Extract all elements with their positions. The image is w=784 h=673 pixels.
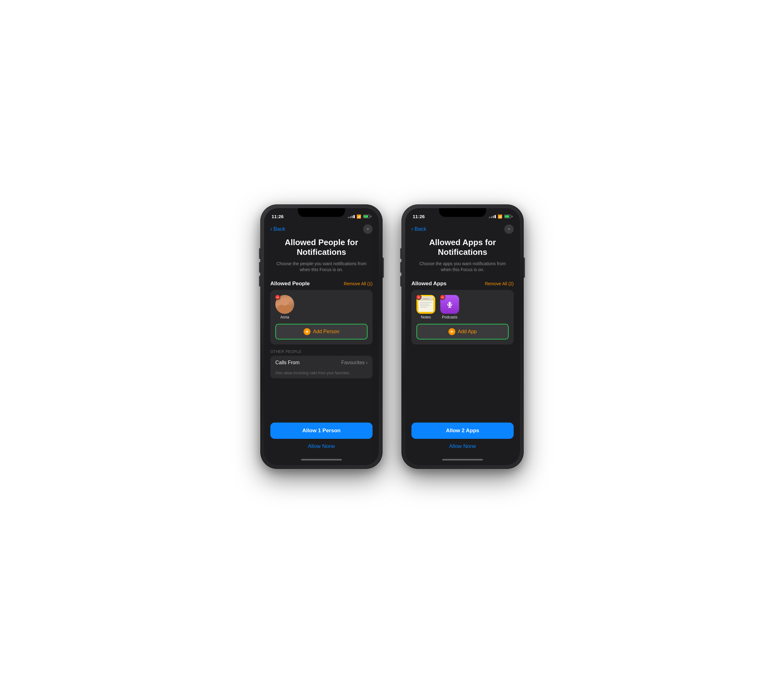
- calls-hint: Also allow incoming calls from your favo…: [270, 370, 373, 378]
- wifi-icon-2: 📶: [498, 214, 502, 219]
- section-title-1: Allowed People: [270, 281, 310, 287]
- person-grid: − Anna: [275, 295, 367, 319]
- remove-person-badge[interactable]: −: [275, 294, 280, 300]
- avatar-wrap: −: [275, 295, 294, 314]
- podcasts-svg: [444, 299, 455, 310]
- nav-bar-1: ‹ Back ×: [264, 222, 379, 235]
- add-app-icon: +: [448, 328, 455, 335]
- section-header-2: Allowed Apps Remove All (2): [411, 281, 514, 287]
- home-bar-1: [301, 459, 342, 460]
- add-person-button[interactable]: + Add Person: [275, 324, 367, 339]
- calls-favourites-label: Favourites: [341, 360, 365, 365]
- nav-bar-2: ‹ Back ×: [405, 222, 520, 235]
- add-app-button[interactable]: + Add App: [417, 324, 509, 339]
- section-header-1: Allowed People Remove All (1): [270, 281, 373, 287]
- remove-notes-badge[interactable]: −: [416, 294, 422, 300]
- add-person-label: Add Person: [313, 329, 339, 334]
- calls-from-value: Favourites ›: [341, 360, 367, 365]
- remove-all-button-1[interactable]: Remove All (1): [344, 281, 373, 286]
- home-indicator-1: [264, 454, 379, 465]
- calls-from-row: Calls From Favourites › Also allow incom…: [270, 356, 373, 378]
- notch-2: [439, 208, 486, 217]
- signal-icon-1: [348, 215, 355, 218]
- battery-icon-1: [363, 215, 371, 218]
- chevron-right-icon: ›: [366, 360, 367, 365]
- back-button-1[interactable]: ‹ Back: [270, 226, 285, 232]
- app-grid: − Notes: [417, 295, 509, 319]
- section-title-2: Allowed Apps: [411, 281, 446, 287]
- phone-2-screen: 11:26 📶 ‹ Ba: [405, 208, 520, 465]
- status-icons-1: 📶: [348, 214, 371, 219]
- app-name-notes: Notes: [421, 315, 431, 319]
- back-chevron-icon-1: ‹: [270, 226, 272, 232]
- back-label-1: Back: [274, 226, 285, 232]
- close-icon-1: ×: [367, 227, 369, 232]
- other-people-label: OTHER PEOPLE: [270, 350, 373, 354]
- page-title-2: Allowed Apps for Notifications: [415, 238, 510, 257]
- screen-content-1: Allowed People for Notifications Choose …: [264, 235, 379, 420]
- list-item: − Podcasts: [440, 295, 459, 319]
- notch: [298, 208, 345, 217]
- add-person-icon: +: [303, 328, 311, 335]
- allow-none-button-2[interactable]: Allow None: [411, 443, 514, 449]
- allow-apps-button[interactable]: Allow 2 Apps: [411, 423, 514, 439]
- battery-icon-2: [504, 215, 512, 218]
- svg-rect-1: [449, 302, 451, 306]
- other-people-section: OTHER PEOPLE Calls From Favourites › Als…: [270, 350, 373, 378]
- allow-person-button[interactable]: Allow 1 Person: [270, 423, 373, 439]
- calls-from-item[interactable]: Calls From Favourites ›: [270, 356, 373, 370]
- back-label-2: Back: [415, 226, 426, 232]
- status-time-1: 11:26: [272, 214, 283, 219]
- page-title-1: Allowed People for Notifications: [274, 238, 369, 257]
- close-icon-2: ×: [508, 227, 510, 232]
- bottom-actions-2: Allow 2 Apps Allow None: [405, 420, 520, 454]
- signal-icon-2: [489, 215, 496, 218]
- phone-1: 11:26 📶 ‹ Ba: [260, 204, 383, 469]
- allowed-apps-box: − Notes: [411, 290, 514, 345]
- allowed-people-box: − Anna + Add Person: [270, 290, 373, 345]
- screen-content-2: Allowed Apps for Notifications Choose th…: [405, 235, 520, 420]
- remove-all-button-2[interactable]: Remove All (2): [485, 281, 514, 286]
- allow-none-button-1[interactable]: Allow None: [270, 443, 373, 449]
- status-time-2: 11:26: [413, 214, 425, 219]
- wifi-icon-1: 📶: [356, 214, 361, 219]
- list-item: − Notes: [417, 295, 435, 319]
- bottom-actions-1: Allow 1 Person Allow None: [264, 420, 379, 454]
- home-indicator-2: [405, 454, 520, 465]
- back-chevron-icon-2: ‹: [411, 226, 413, 232]
- phone-1-screen: 11:26 📶 ‹ Ba: [264, 208, 379, 465]
- add-app-label: Add App: [458, 329, 477, 334]
- close-button-2[interactable]: ×: [504, 224, 514, 234]
- app-icon-wrap-podcasts: −: [440, 295, 459, 314]
- status-icons-2: 📶: [489, 214, 512, 219]
- app-name-podcasts: Podcasts: [442, 315, 457, 319]
- phone-2: 11:26 📶 ‹ Ba: [401, 204, 524, 469]
- back-button-2[interactable]: ‹ Back: [411, 226, 426, 232]
- app-icon-wrap-notes: −: [417, 295, 435, 314]
- close-button-1[interactable]: ×: [363, 224, 373, 234]
- page-subtitle-2: Choose the apps you want notifications f…: [411, 261, 514, 273]
- calls-from-label: Calls From: [275, 360, 300, 365]
- home-bar-2: [442, 459, 483, 460]
- remove-podcasts-badge[interactable]: −: [440, 294, 445, 300]
- person-name: Anna: [280, 315, 289, 319]
- page-subtitle-1: Choose the people you want notifications…: [270, 261, 373, 273]
- list-item: − Anna: [275, 295, 294, 319]
